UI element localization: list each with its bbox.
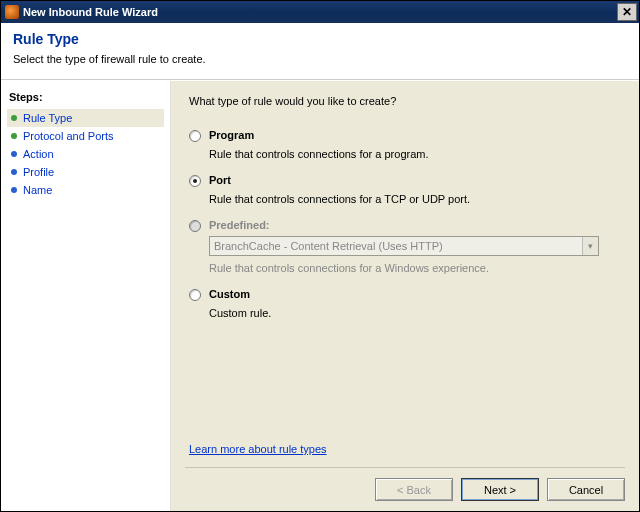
step-label: Action <box>23 148 54 160</box>
app-icon <box>5 5 19 19</box>
step-label: Rule Type <box>23 112 72 124</box>
step-label: Protocol and Ports <box>23 130 114 142</box>
steps-sidebar: Steps: Rule Type Protocol and Ports Acti… <box>1 81 171 511</box>
option-desc: Rule that controls connections for a pro… <box>209 148 621 160</box>
bullet-icon <box>11 115 17 121</box>
option-port: Port <box>189 174 621 187</box>
option-label: Program <box>209 129 254 141</box>
button-row: < Back Next > Cancel <box>185 467 625 501</box>
chevron-down-icon: ▾ <box>582 237 598 255</box>
radio-program[interactable] <box>189 130 201 142</box>
header: Rule Type Select the type of firewall ru… <box>1 23 639 80</box>
steps-label: Steps: <box>9 91 162 103</box>
learn-more-link[interactable]: Learn more about rule types <box>189 443 327 455</box>
option-desc: Custom rule. <box>209 307 621 319</box>
wizard-window: New Inbound Rule Wizard ✕ Rule Type Sele… <box>0 0 640 512</box>
step-name[interactable]: Name <box>7 181 164 199</box>
option-predefined: Predefined: <box>189 219 621 232</box>
bullet-icon <box>11 187 17 193</box>
dropdown-value: BranchCache - Content Retrieval (Uses HT… <box>214 240 443 252</box>
page-title: Rule Type <box>13 31 627 47</box>
close-icon: ✕ <box>622 6 632 18</box>
main-panel: What type of rule would you like to crea… <box>171 81 639 511</box>
cancel-button[interactable]: Cancel <box>547 478 625 501</box>
back-button: < Back <box>375 478 453 501</box>
step-action[interactable]: Action <box>7 145 164 163</box>
step-label: Name <box>23 184 52 196</box>
option-desc: Rule that controls connections for a Win… <box>209 262 621 274</box>
bullet-icon <box>11 169 17 175</box>
predefined-dropdown: BranchCache - Content Retrieval (Uses HT… <box>209 236 599 256</box>
option-program: Program <box>189 129 621 142</box>
body: Steps: Rule Type Protocol and Ports Acti… <box>1 80 639 511</box>
option-label: Predefined: <box>209 219 270 231</box>
step-label: Profile <box>23 166 54 178</box>
step-rule-type[interactable]: Rule Type <box>7 109 164 127</box>
option-label: Port <box>209 174 231 186</box>
option-label: Custom <box>209 288 250 300</box>
titlebar: New Inbound Rule Wizard ✕ <box>1 1 639 23</box>
option-desc: Rule that controls connections for a TCP… <box>209 193 621 205</box>
next-button[interactable]: Next > <box>461 478 539 501</box>
close-button[interactable]: ✕ <box>617 3 637 21</box>
prompt-text: What type of rule would you like to crea… <box>189 95 621 107</box>
radio-custom[interactable] <box>189 289 201 301</box>
radio-port[interactable] <box>189 175 201 187</box>
bullet-icon <box>11 133 17 139</box>
window-title: New Inbound Rule Wizard <box>23 6 617 18</box>
radio-predefined[interactable] <box>189 220 201 232</box>
step-protocol-and-ports[interactable]: Protocol and Ports <box>7 127 164 145</box>
step-profile[interactable]: Profile <box>7 163 164 181</box>
option-custom: Custom <box>189 288 621 301</box>
bullet-icon <box>11 151 17 157</box>
page-description: Select the type of firewall rule to crea… <box>13 53 627 65</box>
